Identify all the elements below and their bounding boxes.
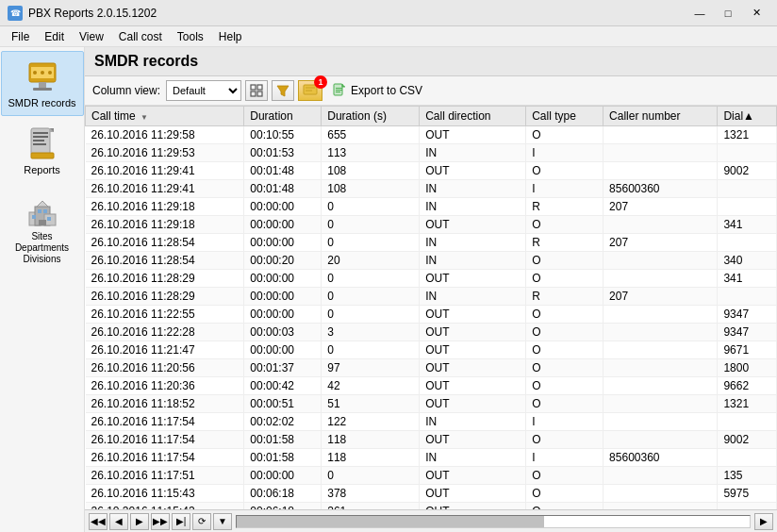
filter-button[interactable] [272,80,294,101]
table-cell: 26.10.2016 11:20:36 [86,377,244,395]
table-cell: 108 [322,180,420,198]
table-row[interactable]: 26.10.2016 11:29:1800:00:000INR207 [86,198,777,216]
table-cell: 207 [603,288,718,306]
col-call-type[interactable]: Call type [526,107,603,126]
close-button[interactable]: ✕ [743,4,769,23]
svg-rect-19 [38,209,41,213]
table-row[interactable]: 26.10.2016 11:21:4700:00:000OUTO9671 [86,341,777,359]
table-row[interactable]: 26.10.2016 11:29:4100:01:48108INI8560036… [86,180,777,198]
table-cell: 341 [718,216,777,234]
svg-marker-30 [277,86,289,96]
column-view-select[interactable]: Default Custom 1 Custom 2 [166,80,241,101]
nav-first-button[interactable]: ◀◀ [89,513,107,530]
badge-button-container: 1 [298,80,322,101]
grid-view-button[interactable] [245,80,268,101]
table-row[interactable]: 26.10.2016 11:28:5400:00:2020INO340 [86,252,777,270]
menu-item-call-cost[interactable]: Call cost [111,28,170,45]
page-title: SMDR records [94,53,198,69]
table-cell: IN [420,288,526,306]
table-cell: 5975 [718,485,777,503]
svg-rect-26 [251,85,256,90]
table-cell: O [526,324,603,341]
maximize-button[interactable]: □ [715,4,741,23]
sidebar-item-sites[interactable]: Sites Departments Divisions [1,185,84,272]
nav-refresh-button[interactable]: ⟳ [192,513,211,530]
data-table: Call time ▼ Duration Duration (s) Call d… [85,106,777,509]
table-cell: 3 [322,324,420,341]
table-cell: 00:01:58 [244,449,322,467]
menu-item-edit[interactable]: Edit [37,28,72,45]
sidebar-item-smdr[interactable]: SMDR records [1,51,84,116]
main-layout: SMDR records Reports [0,47,777,532]
table-cell: 122 [322,413,420,431]
svg-rect-2 [39,82,46,88]
nav-next-fast-button[interactable]: ▶▶ [151,513,170,530]
table-row[interactable]: 26.10.2016 11:15:4300:06:18361OUTO [86,503,777,510]
table-cell: 00:01:48 [244,180,322,198]
sidebar-item-reports[interactable]: Reports [1,118,84,183]
table-container[interactable]: Call time ▼ Duration Duration (s) Call d… [85,106,777,509]
table-row[interactable]: 26.10.2016 11:29:4100:01:48108OUTO9002 [86,162,777,180]
table-row[interactable]: 26.10.2016 11:17:5100:00:000OUTO135 [86,467,777,485]
table-cell: IN [420,198,526,216]
svg-rect-38 [336,88,342,89]
table-cell [718,144,777,162]
table-cell: 26.10.2016 11:18:52 [86,395,244,413]
sidebar-smdr-label: SMDR records [8,97,75,109]
table-cell: O [526,395,603,413]
export-csv-button[interactable]: Export to CSV [326,81,428,100]
menu-item-help[interactable]: Help [211,28,250,45]
col-call-direction[interactable]: Call direction [420,107,526,126]
table-cell: 26.10.2016 11:28:29 [86,288,244,306]
export-csv-label: Export to CSV [351,84,422,97]
svg-rect-22 [39,220,46,225]
menu-item-file[interactable]: File [4,28,37,45]
table-row[interactable]: 26.10.2016 11:22:5500:00:000OUTO9347 [86,306,777,324]
sites-icon [24,191,61,229]
table-cell: OUT [420,377,526,395]
minimize-button[interactable]: — [686,4,713,23]
table-row[interactable]: 26.10.2016 11:20:3600:00:4242OUTO9662 [86,377,777,395]
col-duration[interactable]: Duration [244,107,322,126]
table-row[interactable]: 26.10.2016 11:29:1800:00:000OUTO341 [86,216,777,234]
menu-item-view[interactable]: View [72,28,111,45]
col-duration-s[interactable]: Duration (s) [322,107,420,126]
table-cell: O [526,162,603,180]
col-caller-number[interactable]: Caller number [603,107,718,126]
nav-next-button[interactable]: ▶ [130,513,149,530]
scroll-right-button[interactable]: ▶ [754,513,773,530]
nav-last-button[interactable]: ▶| [172,513,190,530]
table-cell: 00:01:53 [244,144,322,162]
table-cell: O [526,503,603,510]
table-row[interactable]: 26.10.2016 11:17:5400:01:58118OUTO9002 [86,431,777,449]
table-row[interactable]: 26.10.2016 11:20:5600:01:3797OUTO1800 [86,359,777,377]
col-dialed[interactable]: Dial▲ [718,107,777,126]
table-cell: 26.10.2016 11:15:43 [86,503,244,510]
nav-filter-button[interactable]: ▼ [213,513,232,530]
table-row[interactable]: 26.10.2016 11:29:5800:10:55655OUTO1321 [86,126,777,144]
badge-number: 1 [314,75,327,89]
table-row[interactable]: 26.10.2016 11:17:5400:01:58118INI8560036… [86,449,777,467]
table-row[interactable]: 26.10.2016 11:15:4300:06:18378OUTO5975 [86,485,777,503]
nav-prev-button[interactable]: ◀ [109,513,128,530]
col-call-time[interactable]: Call time ▼ [86,107,244,126]
table-row[interactable]: 26.10.2016 11:18:5200:00:5151OUTO1321 [86,395,777,413]
table-row[interactable]: 26.10.2016 11:28:5400:00:000INR207 [86,234,777,252]
horizontal-scrollbar[interactable] [236,515,751,528]
table-row[interactable]: 26.10.2016 11:29:5300:01:53113INI [86,144,777,162]
table-cell: 9002 [718,431,777,449]
content-header: SMDR records [85,47,777,76]
table-cell: 00:00:00 [244,198,322,216]
menu-item-tools[interactable]: Tools [170,28,211,45]
table-cell [718,198,777,216]
svg-rect-29 [257,91,262,96]
table-row[interactable]: 26.10.2016 11:17:5400:02:02122INI [86,413,777,431]
table-row[interactable]: 26.10.2016 11:28:2900:00:000INR207 [86,288,777,306]
table-cell [603,270,718,288]
table-cell: 26.10.2016 11:22:55 [86,306,244,324]
reports-icon [24,125,61,162]
table-cell [603,126,718,144]
table-row[interactable]: 26.10.2016 11:28:2900:00:000OUTO341 [86,270,777,288]
table-cell: 26.10.2016 11:29:58 [86,126,244,144]
table-row[interactable]: 26.10.2016 11:22:2800:00:033OUTO9347 [86,324,777,341]
